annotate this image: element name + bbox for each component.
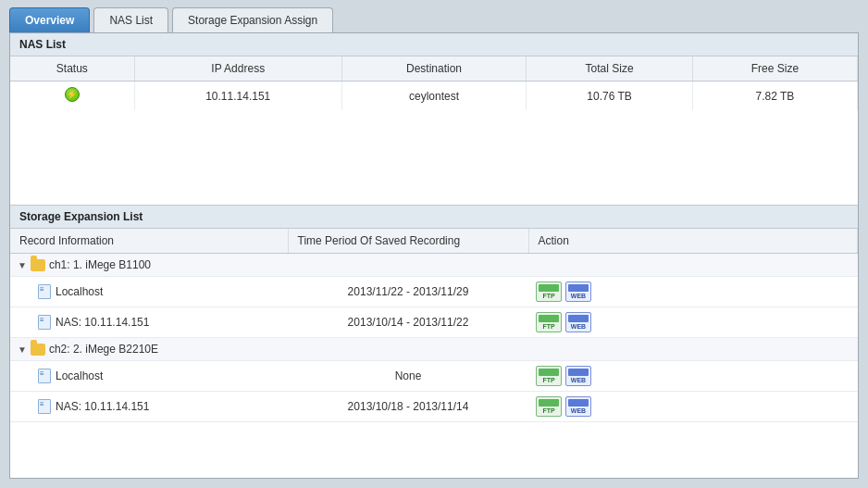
child-time-cell: 2013/10/18 - 2013/11/14 [288, 392, 528, 422]
tab-storage-expansion-assign[interactable]: Storage Expansion Assign [172, 7, 333, 32]
nas-table: Status IP Address Destination Total Size… [10, 56, 858, 110]
folder-icon [31, 259, 45, 271]
folder-icon [31, 344, 45, 356]
record-document-icon [38, 284, 51, 299]
ftp-action-button[interactable] [536, 396, 562, 417]
ftp-action-button[interactable] [536, 312, 562, 332]
content-area: NAS List Status IP Address Destination T… [9, 32, 859, 479]
child-record-cell: Localhost [10, 361, 288, 392]
col-status: Status [10, 56, 134, 81]
child-record-cell: NAS: 10.11.14.151 [10, 392, 288, 422]
col-destination: Destination [341, 56, 526, 81]
child-time-cell: 2013/11/22 - 2013/11/29 [288, 277, 528, 307]
storage-expansion-section: Storage Expansion List Record Informatio… [10, 206, 858, 478]
status-online-icon [65, 87, 80, 102]
tab-bar: Overview NAS List Storage Expansion Assi… [0, 0, 868, 32]
nas-list-body: Status IP Address Destination Total Size… [10, 56, 858, 205]
expand-arrow-icon: ▼ [18, 344, 27, 355]
web-action-button[interactable] [565, 282, 591, 302]
col-record-info: Record Information [10, 229, 288, 254]
child-record-cell: NAS: 10.11.14.151 [10, 307, 288, 338]
storage-table-wrapper[interactable]: Record Information Time Period Of Saved … [10, 229, 858, 478]
nas-free-size-cell: 7.82 TB [692, 81, 857, 111]
action-icons-container [536, 312, 850, 332]
child-record-cell: Localhost [10, 277, 288, 307]
child-action-cell [528, 392, 858, 422]
child-time-cell: 2013/10/14 - 2013/11/22 [288, 307, 528, 338]
child-record-name: Localhost [56, 369, 103, 382]
nas-list-header: NAS List [10, 33, 858, 56]
child-record-name: NAS: 10.11.14.151 [56, 400, 149, 413]
child-time-cell: None [288, 361, 528, 392]
storage-group-row[interactable]: ▼ch2: 2. iMege B2210E [10, 338, 858, 361]
nas-status-cell [10, 81, 134, 111]
record-document-icon [38, 369, 51, 383]
record-document-icon [38, 399, 51, 414]
storage-child-row: LocalhostNone [10, 361, 858, 392]
tab-nas-list[interactable]: NAS List [93, 7, 168, 32]
nas-destination-cell: ceylontest [341, 81, 526, 111]
col-total-size: Total Size [527, 56, 693, 81]
action-icons-container [536, 396, 850, 417]
action-icons-container [536, 366, 850, 386]
record-document-icon [38, 315, 51, 330]
storage-group-label-cell: ▼ch1: 1. iMege B1100 [10, 254, 858, 277]
nas-total-size-cell: 10.76 TB [527, 81, 693, 111]
tab-overview[interactable]: Overview [9, 7, 90, 32]
web-action-button[interactable] [565, 312, 591, 332]
child-action-cell [528, 307, 858, 338]
col-action: Action [528, 229, 858, 254]
group-name: ch1: 1. iMege B1100 [49, 258, 151, 271]
nas-list-section: NAS List Status IP Address Destination T… [10, 33, 858, 206]
child-action-cell [528, 277, 858, 307]
child-record-name: NAS: 10.11.14.151 [56, 316, 149, 329]
col-ip-address: IP Address [134, 56, 341, 81]
web-action-button[interactable] [565, 396, 591, 417]
action-icons-container [536, 282, 850, 302]
expand-arrow-icon: ▼ [18, 260, 27, 270]
child-record-name: Localhost [56, 285, 103, 298]
storage-child-row: NAS: 10.11.14.1512013/10/18 - 2013/11/14 [10, 392, 858, 422]
storage-child-row: NAS: 10.11.14.1512013/10/14 - 2013/11/22 [10, 307, 858, 338]
storage-table: Record Information Time Period Of Saved … [10, 229, 858, 422]
storage-group-label-cell: ▼ch2: 2. iMege B2210E [10, 338, 858, 361]
web-action-button[interactable] [565, 366, 591, 386]
storage-child-row: Localhost2013/11/22 - 2013/11/29 [10, 277, 858, 307]
ftp-action-button[interactable] [536, 282, 562, 302]
col-time-period: Time Period Of Saved Recording [288, 229, 528, 254]
storage-expansion-header: Storage Expansion List [10, 206, 858, 229]
nas-ip-cell: 10.11.14.151 [134, 81, 341, 111]
col-free-size: Free Size [692, 56, 857, 81]
child-action-cell [528, 361, 858, 392]
group-name: ch2: 2. iMege B2210E [49, 343, 158, 356]
nas-table-row: 10.11.14.151ceylontest10.76 TB7.82 TB [10, 81, 858, 111]
ftp-action-button[interactable] [536, 366, 562, 386]
storage-group-row[interactable]: ▼ch1: 1. iMege B1100 [10, 254, 858, 277]
